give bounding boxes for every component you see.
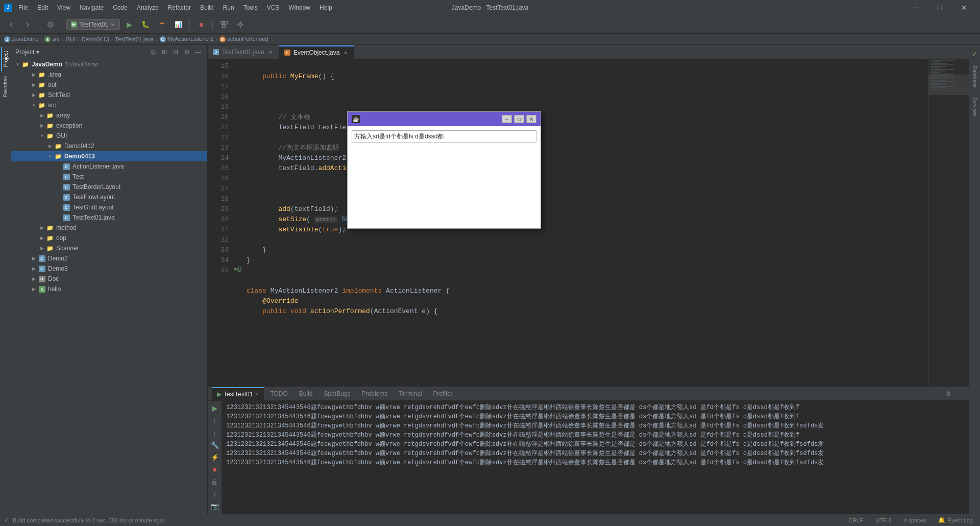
menu-analyze[interactable]: Analyze: [134, 3, 162, 12]
menu-code[interactable]: Code: [110, 3, 131, 12]
forward-button[interactable]: [20, 17, 35, 32]
tree-array[interactable]: ▶ 📁 array: [11, 110, 207, 121]
tree-root[interactable]: ▾ 📁 JavaDemo D:\JavaDemo: [11, 59, 207, 69]
right-services-tab[interactable]: Services: [971, 93, 978, 121]
locate-button[interactable]: ◎: [148, 47, 158, 57]
code-content[interactable]: public MyFrame() { // 文本框 TextField text…: [242, 59, 928, 386]
close-button[interactable]: ✕: [952, 1, 976, 15]
bottom-tab-run-close[interactable]: ✕: [255, 391, 259, 397]
run-camera-button[interactable]: 📷: [209, 501, 220, 512]
maximize-button[interactable]: □: [928, 1, 951, 15]
run-scroll-button[interactable]: ↕: [209, 489, 220, 499]
close-panel-button[interactable]: —: [193, 47, 203, 57]
menu-view[interactable]: View: [54, 3, 74, 12]
menu-window[interactable]: Window: [285, 3, 313, 12]
sync-button[interactable]: [43, 17, 58, 32]
tree-actionlistener[interactable]: ▶ C ActionListener.java: [11, 161, 207, 172]
tree-exception[interactable]: ▶ 📁 exception: [11, 121, 207, 131]
menu-run[interactable]: Run: [220, 3, 237, 12]
settings-button[interactable]: [233, 17, 248, 32]
tree-test[interactable]: ▶ C Test: [11, 172, 207, 182]
run-filter-button[interactable]: ⚡: [209, 452, 220, 462]
tree-demo3[interactable]: ▶ C Demo3: [11, 264, 207, 274]
popup-maximize-button[interactable]: □: [514, 115, 524, 123]
status-indent-button[interactable]: 4 spaces: [900, 514, 929, 527]
bottom-tab-spotbugs[interactable]: SpotBugs: [319, 387, 356, 400]
bottom-minimize-button[interactable]: —: [954, 389, 965, 399]
tree-demo0412[interactable]: ▶ 📁 Demo0412: [11, 141, 207, 151]
project-tab[interactable]: Project: [1, 47, 10, 71]
back-button[interactable]: [4, 17, 18, 32]
popup-close-button[interactable]: ✕: [526, 115, 536, 123]
tree-gui[interactable]: ▾ 📁 GUI: [11, 131, 207, 141]
menu-edit[interactable]: Edit: [34, 3, 51, 12]
bottom-tab-profiler[interactable]: Profiler: [428, 387, 458, 400]
popup-text-input[interactable]: [352, 130, 536, 142]
tree-out[interactable]: ▶ 📁 out: [11, 80, 207, 90]
tree-testborderlayout[interactable]: ▶ C TestBorderLayout: [11, 182, 207, 192]
expand-button[interactable]: ⊞: [159, 47, 169, 57]
bottom-tab-todo[interactable]: TODO: [265, 387, 292, 400]
menu-file[interactable]: File: [15, 3, 31, 12]
bottom-tab-build[interactable]: Build: [294, 387, 318, 400]
breadcrumb-src[interactable]: ssrc: [44, 36, 60, 42]
project-structure-button[interactable]: [217, 17, 231, 32]
console-output[interactable]: 12312321321321345443546题fcewgvethbfdhbv …: [222, 401, 969, 514]
menu-navigate[interactable]: Navigate: [77, 3, 107, 12]
breadcrumb-actionperformed[interactable]: mactionPerformed: [219, 36, 268, 42]
breadcrumb-testtext01[interactable]: TestText01.java: [115, 36, 154, 42]
run-print-button[interactable]: 🖨: [209, 477, 220, 487]
tree-method[interactable]: ▶ 📁 method: [11, 223, 207, 233]
breadcrumb-javademo[interactable]: JJavaDemo: [4, 36, 39, 42]
menu-refactor[interactable]: Refactor: [165, 3, 194, 12]
status-checkmark: ✓: [4, 517, 9, 523]
profile-button[interactable]: 📊: [171, 17, 185, 32]
tab-testtext01[interactable]: J TestText01.java ✕: [208, 45, 279, 59]
bottom-tab-problems[interactable]: Problems: [357, 387, 393, 400]
tab-eventobject[interactable]: E EventObject.java ✕: [279, 45, 355, 59]
breadcrumb-myactionlistener2[interactable]: CMyActionListener2: [160, 36, 214, 42]
bottom-settings-button[interactable]: ⚙: [943, 389, 953, 399]
menu-build[interactable]: Build: [197, 3, 217, 12]
status-eventlog-button[interactable]: 🔔 Event Log: [935, 514, 976, 527]
menu-vcs[interactable]: VCS: [264, 3, 283, 12]
tree-doc[interactable]: ▶ D Doc: [11, 274, 207, 284]
bottom-tab-terminal[interactable]: Terminal: [394, 387, 427, 400]
breadcrumb-gui[interactable]: GUI: [66, 36, 76, 42]
favorites-tab[interactable]: Favorites: [2, 72, 9, 101]
tree-testgridlayout[interactable]: ▶ C TestGridLayout: [11, 202, 207, 212]
tree-idea[interactable]: ▶ 📁 .idea: [11, 69, 207, 80]
status-linesep-button[interactable]: CRLF: [846, 514, 867, 527]
tree-src[interactable]: ▾ 📁 src: [11, 100, 207, 110]
tree-testflowlayout[interactable]: ▶ C TestFlowLayout: [11, 192, 207, 202]
popup-minimize-button[interactable]: ─: [502, 115, 512, 123]
menu-tools[interactable]: Tools: [240, 3, 261, 12]
status-encoding-button[interactable]: UTF-8: [872, 514, 894, 527]
tree-oop[interactable]: ▶ 📁 oop: [11, 233, 207, 243]
settings-panel-button[interactable]: ⚙: [182, 47, 192, 57]
tree-demo2[interactable]: ▶ C Demo2: [11, 253, 207, 264]
bottom-tab-run[interactable]: ▶ TestText01 ✕: [212, 387, 264, 400]
run-up-button[interactable]: ↑: [209, 415, 220, 425]
run-button[interactable]: ▶: [122, 17, 136, 32]
breadcrumb-demo0413[interactable]: Demo0413: [82, 36, 109, 42]
run-down-button[interactable]: ↓: [209, 427, 220, 438]
tree-hello[interactable]: ▶ h hello: [11, 284, 207, 294]
collapse-button[interactable]: ⊟: [170, 47, 181, 57]
tree-testtext01[interactable]: ▶ C TestText01.java: [11, 212, 207, 223]
tab-eventobject-close[interactable]: ✕: [342, 50, 349, 56]
right-database-tab[interactable]: Database: [971, 62, 978, 92]
menu-help[interactable]: Help: [316, 3, 335, 12]
coverage-button[interactable]: ☂: [155, 17, 169, 32]
tree-demo0413[interactable]: ▾ 📁 Demo0413: [11, 151, 207, 161]
stop-button[interactable]: ■: [194, 17, 208, 32]
run-config-selector[interactable]: ▶ TestText01: [66, 19, 120, 30]
tab-testtext01-close[interactable]: ✕: [267, 49, 274, 56]
minimize-button[interactable]: ─: [903, 1, 927, 15]
run-wrench-button[interactable]: 🔧: [209, 440, 220, 450]
run-stop-button[interactable]: ■: [209, 465, 220, 475]
debug-button[interactable]: 🐛: [138, 17, 153, 32]
tree-softtest[interactable]: ▶ 📁 SoftTest: [11, 90, 207, 100]
tree-scanner[interactable]: ▶ 📁 Scanner: [11, 243, 207, 253]
run-restart-button[interactable]: ▶: [209, 403, 220, 413]
